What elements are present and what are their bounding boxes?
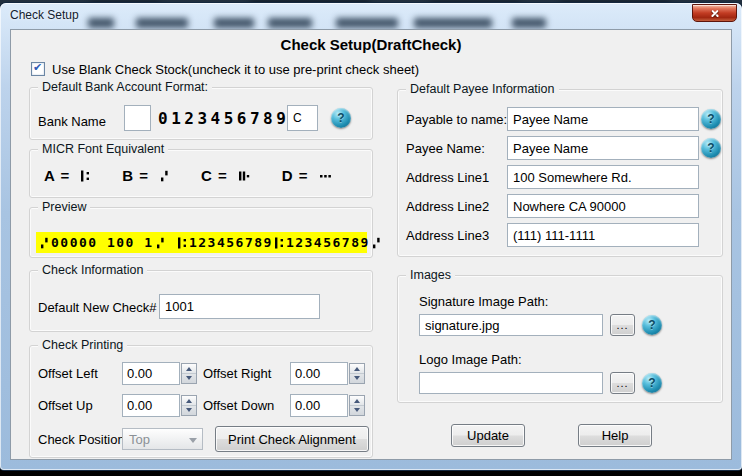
preview-group: Preview 00000 100 1 123456789123456789 [29,207,373,258]
offset-down-label: Offset Down [203,398,274,413]
signature-path-input[interactable] [419,314,603,336]
payee-name-label: Payee Name: [406,141,485,156]
spin-down-button[interactable] [182,373,196,383]
bank-format-help-icon[interactable] [331,108,351,128]
logo-path-label: Logo Image Path: [419,352,522,367]
signature-browse-button[interactable]: ... [610,314,635,336]
help-button[interactable]: Help [578,424,652,447]
spin-down-button[interactable] [182,405,196,415]
micr-equivalent-group: MICR Font Equivalent A = B = C = D = [29,149,373,198]
chevron-up-icon [354,399,360,403]
check-information-group: Check Information Default New Check# [29,270,373,332]
offset-down-stepper[interactable] [290,394,365,417]
offset-up-stepper[interactable] [122,394,197,417]
logo-path-input[interactable] [419,372,603,394]
offset-left-input[interactable] [122,362,180,385]
payable-to-help-icon[interactable] [701,109,721,129]
micr-digits-sample: 0123456789 [158,109,289,128]
address-line1-input[interactable] [507,165,699,189]
payee-name-input[interactable] [507,136,699,160]
background-menu-smudge [214,18,254,28]
micr-amount-symbol-icon [237,169,252,183]
bank-format-group-title: Default Bank Account Format: [38,80,212,94]
offset-right-label: Offset Right [203,366,271,381]
spin-down-button[interactable] [350,373,364,383]
print-check-alignment-button[interactable]: Print Check Alignment [215,426,369,452]
payee-name-help-icon[interactable] [701,138,721,158]
micr-letter-a: A = [44,167,70,184]
micr-onus-symbol-icon [158,169,171,183]
micr-letter-b: B = [122,167,149,184]
address-line2-label: Address Line2 [406,199,489,214]
preview-group-title: Preview [38,200,90,214]
background-menu-smudge [336,18,398,28]
offset-up-input[interactable] [122,394,180,417]
micr-transit-symbol-icon [79,169,92,183]
check-printing-group: Check Printing Offset Left Offset Right … [29,345,373,458]
chevron-up-icon [186,367,192,371]
offset-left-label: Offset Left [38,366,98,381]
offset-right-stepper[interactable] [290,362,365,385]
bank-format-group: Default Bank Account Format: Bank Name 0… [29,87,373,140]
payee-information-group: Default Payee Information Payable to nam… [397,89,723,257]
chevron-down-icon [354,376,360,380]
chevron-up-icon [186,399,192,403]
dropdown-arrow-icon [189,438,197,443]
address-line2-input[interactable] [507,194,699,218]
payee-information-group-title: Default Payee Information [406,82,559,96]
images-group-title: Images [406,268,455,282]
payable-to-name-input[interactable] [507,107,699,131]
micr-letter-c: C = [201,167,228,184]
blank-stock-checkbox-label: Use Blank Check Stock(uncheck it to use … [52,62,419,77]
background-menu-smudge [414,18,492,28]
micr-equivalent-row: A = B = C = D = [44,167,334,184]
logo-browse-button[interactable]: ... [610,372,635,394]
spin-down-button[interactable] [350,405,364,415]
offset-down-spinner[interactable] [349,395,365,416]
signature-path-label: Signature Image Path: [419,294,548,309]
dialog-client-area: Check Setup(DraftCheck) Use Blank Check … [10,29,732,460]
offset-up-label: Offset Up [38,398,93,413]
chevron-up-icon [354,367,360,371]
bank-name-label: Bank Name [38,114,106,129]
window-title: Check Setup [10,8,79,22]
payable-to-name-label: Payable to name: [406,112,507,127]
check-information-group-title: Check Information [38,263,147,277]
address-line3-input[interactable] [507,223,699,247]
images-group: Images Signature Image Path: ... Logo Im… [397,275,723,403]
background-menu-smudge [268,18,312,28]
offset-down-input[interactable] [290,394,348,417]
micr-letter-d: D = [282,167,309,184]
check-setup-dialog: Check Setup Check Setup(DraftCheck) Use … [0,3,742,470]
background-menu-smudge [88,18,114,28]
address-line1-label: Address Line1 [406,170,489,185]
chevron-down-icon [354,408,360,412]
update-button[interactable]: Update [451,424,525,447]
blank-stock-checkbox[interactable] [31,62,45,76]
default-check-number-input[interactable] [159,294,320,319]
check-position-select[interactable]: Top [122,428,203,450]
logo-help-icon[interactable] [642,373,662,393]
check-position-label: Check Position [38,432,125,447]
close-icon [709,8,720,19]
window-titlebar[interactable]: Check Setup [0,3,742,29]
address-line3-label: Address Line3 [406,228,489,243]
page-title: Check Setup(DraftCheck) [11,36,731,53]
bank-name-input[interactable] [124,105,151,131]
offset-left-spinner[interactable] [181,363,197,384]
background-menu-smudge [512,18,546,28]
offset-left-stepper[interactable] [122,362,197,385]
check-digit-input[interactable] [287,105,318,131]
offset-right-input[interactable] [290,362,348,385]
micr-dash-symbol-icon [318,169,334,183]
offset-right-spinner[interactable] [349,363,365,384]
micr-preview-line: 00000 100 1 123456789123456789 [36,232,367,253]
chevron-down-icon [186,376,192,380]
background-menu-smudge [136,18,188,28]
check-position-value: Top [129,432,150,447]
micr-equivalent-group-title: MICR Font Equivalent [38,142,168,156]
close-button[interactable] [692,4,737,22]
chevron-down-icon [186,408,192,412]
signature-help-icon[interactable] [642,315,662,335]
offset-up-spinner[interactable] [181,395,197,416]
